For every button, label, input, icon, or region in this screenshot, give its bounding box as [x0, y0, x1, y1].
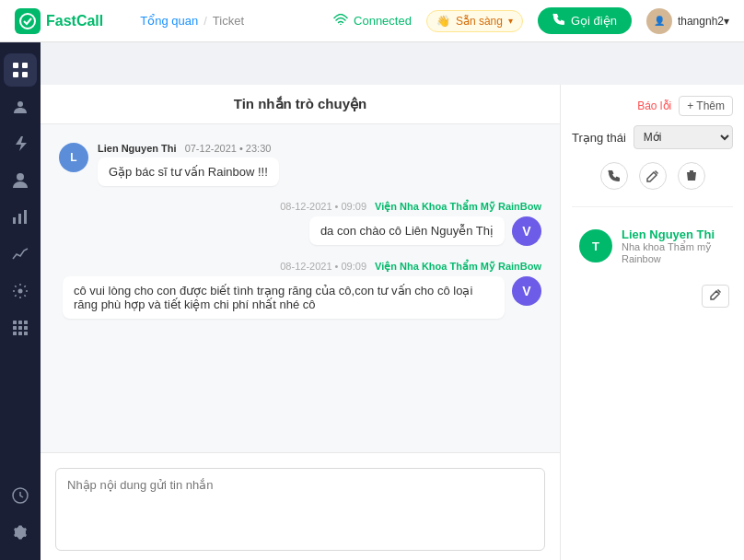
svg-point-6: [17, 101, 23, 107]
sidebar-item-users[interactable]: [4, 90, 37, 123]
sidebar-item-chart[interactable]: [4, 201, 37, 234]
sidebar-item-grid[interactable]: [4, 311, 37, 344]
timestamp-1: 07-12-2021 • 23:30: [185, 143, 272, 154]
chevron-down-icon: ▾: [508, 16, 513, 26]
svg-point-0: [20, 14, 35, 29]
status-row: Trạng thái Mới Đang xử lý Hoàn thành Đón…: [572, 125, 733, 149]
sidebar-item-settings[interactable]: [4, 274, 37, 308]
top-nav: FastCall Tổng quan / Ticket Connected 👋 …: [0, 0, 744, 42]
sidebar-item-clock[interactable]: [4, 479, 37, 512]
contact-description: Nha khoa Thẩm mỹ Rainbow: [622, 241, 726, 264]
message-outgoing-row-2: cô vui lòng cho con được biết tình trạng…: [63, 276, 541, 319]
right-panel-actions: Báo lỗi + Thêm: [572, 96, 733, 116]
message-avatar-L: L: [59, 143, 88, 172]
phone-icon: [552, 13, 565, 29]
svg-rect-10: [24, 210, 27, 224]
svg-rect-2: [13, 63, 18, 68]
user-avatar: 👤: [646, 8, 672, 34]
svg-rect-18: [13, 332, 17, 335]
svg-rect-15: [13, 326, 17, 330]
message-bubble-3: cô vui lòng cho con được biết tình trạng…: [63, 276, 505, 319]
call-button[interactable]: Gọi điện: [538, 7, 632, 34]
sidebar-item-settings2[interactable]: [4, 516, 37, 549]
message-outgoing-2: 08-12-2021 • 09:09 Viện Nha Khoa Thẩm Mỹ…: [59, 261, 541, 319]
chat-header: Tin nhắn trò chuyện: [41, 85, 560, 124]
wifi-icon: [333, 14, 348, 28]
sidebar-item-person[interactable]: [4, 164, 37, 197]
delete-action-button[interactable]: [678, 162, 705, 190]
breadcrumb: Tổng quan / Ticket: [140, 14, 244, 28]
chat-input-area: GỬI: [41, 452, 560, 560]
svg-point-11: [18, 289, 23, 294]
logo-icon: [15, 8, 41, 34]
svg-rect-5: [22, 72, 28, 77]
breadcrumb-sep: /: [203, 14, 207, 28]
svg-rect-3: [22, 63, 28, 68]
connection-status: Connected: [333, 14, 412, 28]
status-select[interactable]: Mới Đang xử lý Hoàn thành Đóng: [634, 125, 733, 149]
agent-emoji: 👋: [436, 15, 450, 28]
right-panel: Báo lỗi + Thêm Trạng thái Mới Đang xử lý…: [560, 85, 744, 560]
edit-contact-button[interactable]: [702, 285, 729, 308]
svg-rect-17: [24, 326, 28, 330]
breadcrumb-home[interactable]: Tổng quan: [140, 14, 198, 28]
svg-point-7: [17, 173, 24, 181]
message-meta-1: Lien Nguyen Thi 07-12-2021 • 23:30: [98, 143, 279, 154]
contact-avatar-text: T: [592, 239, 599, 253]
sidebar-item-lightning[interactable]: [4, 127, 37, 160]
timestamp-2: 08-12-2021 • 09:09: [280, 201, 366, 212]
message-bubble-1: Gặp bác sĩ tư vấn Rainbow !!!: [98, 158, 279, 186]
message-meta-2: 08-12-2021 • 09:09 Viện Nha Khoa Thẩm Mỹ…: [280, 201, 541, 213]
contact-name: Lien Nguyen Thi: [622, 228, 726, 241]
add-button[interactable]: + Thêm: [679, 96, 733, 116]
message-outgoing-row-1: da con chào cô Liên Nguyễn Thị V: [309, 216, 541, 246]
user-menu[interactable]: 👤 thangnh2▾: [646, 8, 729, 34]
edit-contact-row: [572, 281, 733, 311]
svg-rect-12: [13, 321, 17, 324]
breadcrumb-current: Ticket: [213, 14, 244, 28]
svg-rect-9: [18, 214, 21, 224]
phone-action-button[interactable]: [600, 162, 628, 190]
agent-status-selector[interactable]: 👋 Sẵn sàng ▾: [426, 10, 523, 32]
message-avatar-V2: V: [512, 276, 541, 306]
contact-avatar: T: [579, 229, 612, 262]
svg-rect-14: [24, 321, 28, 324]
connected-label: Connected: [354, 14, 412, 28]
svg-point-1: [340, 24, 342, 25]
svg-rect-20: [24, 332, 28, 335]
timestamp-3: 08-12-2021 • 09:09: [280, 261, 366, 272]
sidebar-item-analytics[interactable]: [4, 238, 37, 271]
report-error-button[interactable]: Báo lỗi: [637, 99, 671, 112]
logo-text: FastCall: [46, 13, 103, 29]
message-content-1: Lien Nguyen Thi 07-12-2021 • 23:30 Gặp b…: [98, 143, 279, 186]
message-outgoing-1: 08-12-2021 • 09:09 Viện Nha Khoa Thẩm Mỹ…: [59, 201, 541, 246]
user-name: thangnh2▾: [678, 15, 729, 28]
sidebar-item-dashboard[interactable]: [4, 53, 37, 87]
message-input[interactable]: [55, 468, 545, 551]
sidebar: [0, 42, 41, 560]
svg-rect-4: [13, 72, 18, 77]
logo: FastCall: [15, 8, 103, 34]
svg-rect-16: [18, 326, 22, 330]
message-avatar-V1: V: [512, 216, 541, 246]
call-label: Gọi điện: [571, 14, 617, 28]
sender-name-2: Viện Nha Khoa Thẩm Mỹ RainBow: [375, 201, 541, 212]
message-meta-3: 08-12-2021 • 09:09 Viện Nha Khoa Thẩm Mỹ…: [280, 261, 541, 273]
sender-name-3: Viện Nha Khoa Thẩm Mỹ RainBow: [375, 261, 541, 272]
message-incoming-1: L Lien Nguyen Thi 07-12-2021 • 23:30 Gặp…: [59, 143, 541, 186]
divider-1: [572, 206, 733, 207]
chat-messages: L Lien Nguyen Thi 07-12-2021 • 23:30 Gặp…: [41, 124, 560, 452]
agent-status-label: Sẵn sàng: [456, 15, 503, 28]
status-label: Trạng thái: [572, 131, 626, 145]
svg-rect-13: [18, 321, 22, 324]
contact-card: T Lien Nguyen Thi Nha khoa Thẩm mỹ Rainb…: [572, 220, 733, 272]
svg-rect-8: [13, 217, 16, 224]
chat-area: Tin nhắn trò chuyện L Lien Nguyen Thi 07…: [41, 85, 560, 560]
message-bubble-2: da con chào cô Liên Nguyễn Thị: [309, 216, 505, 245]
sender-name-1: Lien Nguyen Thi: [98, 143, 177, 154]
action-icons-row: [572, 158, 733, 193]
main-container: Tin nhắn trò chuyện L Lien Nguyen Thi 07…: [41, 85, 744, 560]
edit-action-button[interactable]: [639, 162, 667, 190]
contact-info: Lien Nguyen Thi Nha khoa Thẩm mỹ Rainbow: [622, 228, 726, 264]
svg-rect-19: [18, 332, 22, 335]
